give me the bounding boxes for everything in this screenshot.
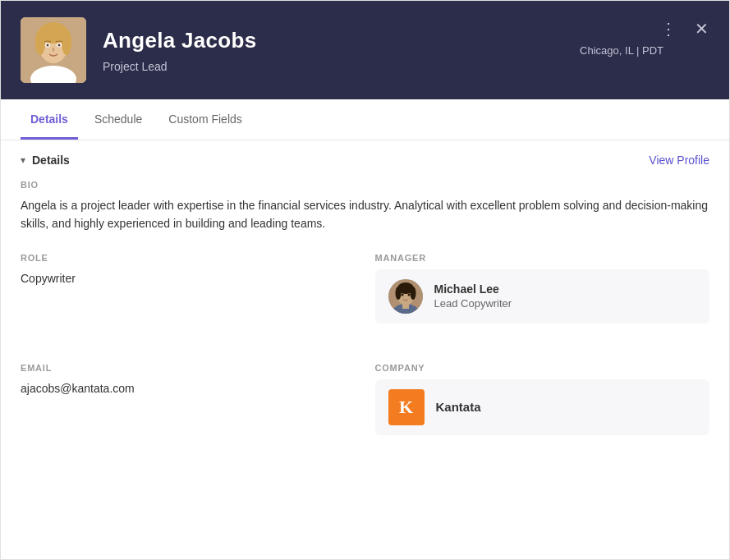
- section-title: Details: [32, 154, 70, 167]
- header-actions: ⋮ ✕: [657, 17, 713, 40]
- avatar: [21, 17, 86, 83]
- bio-label: BIO: [21, 180, 709, 190]
- manager-card: Michael Lee Lead Copywriter: [375, 269, 710, 324]
- svg-point-18: [410, 287, 416, 300]
- company-card: K Kantata: [375, 379, 710, 435]
- details-section-header: ▾ Details View Profile: [21, 140, 709, 180]
- svg-point-11: [58, 44, 61, 47]
- svg-point-10: [47, 44, 49, 47]
- view-profile-button[interactable]: View Profile: [649, 154, 709, 167]
- svg-point-20: [407, 293, 410, 296]
- manager-info: Michael Lee Lead Copywriter: [434, 282, 512, 310]
- role-label: ROLE: [21, 253, 356, 263]
- email-value: ajacobs@kantata.com: [21, 379, 356, 397]
- tabs-bar: Details Schedule Custom Fields: [1, 99, 729, 140]
- header: Angela Jacobs Project Lead Chicago, IL |…: [1, 1, 729, 99]
- close-button[interactable]: ✕: [690, 17, 713, 40]
- header-location: Chicago, IL | PDT: [580, 44, 663, 57]
- email-label: EMAIL: [21, 363, 356, 373]
- email-section: EMAIL ajacobs@kantata.com: [21, 363, 356, 435]
- section-title-row: ▾ Details: [21, 154, 70, 167]
- bio-section: BIO Angela is a project leader with expe…: [21, 180, 709, 233]
- company-logo: K: [388, 389, 425, 425]
- content-area: ▾ Details View Profile BIO Angela is a p…: [1, 140, 729, 559]
- email-company-row: EMAIL ajacobs@kantata.com COMPANY K Kant…: [21, 363, 709, 455]
- more-options-button[interactable]: ⋮: [657, 17, 680, 40]
- company-label: COMPANY: [375, 363, 710, 373]
- role-value: Copywriter: [21, 269, 356, 287]
- company-logo-letter: K: [399, 397, 413, 418]
- svg-point-6: [35, 32, 45, 55]
- svg-point-7: [62, 32, 71, 55]
- manager-section: MANAGER: [375, 253, 710, 324]
- tab-schedule[interactable]: Schedule: [85, 99, 152, 140]
- manager-name: Michael Lee: [434, 282, 512, 296]
- manager-title: Lead Copywriter: [434, 297, 512, 310]
- tab-custom-fields[interactable]: Custom Fields: [158, 99, 251, 140]
- chevron-down-icon[interactable]: ▾: [21, 154, 25, 166]
- tab-details[interactable]: Details: [21, 99, 78, 140]
- header-role: Project Lead: [103, 60, 709, 73]
- manager-label: MANAGER: [375, 253, 710, 263]
- bio-value: Angela is a project leader with expertis…: [21, 196, 709, 233]
- role-manager-row: ROLE Copywriter MANAGER: [21, 253, 709, 343]
- manager-avatar: [388, 279, 423, 314]
- svg-point-17: [395, 287, 401, 300]
- role-section: ROLE Copywriter: [21, 253, 356, 324]
- company-section: COMPANY K Kantata: [375, 363, 710, 435]
- svg-point-19: [401, 293, 403, 296]
- company-name: Kantata: [436, 400, 481, 414]
- panel: Angela Jacobs Project Lead Chicago, IL |…: [0, 0, 730, 560]
